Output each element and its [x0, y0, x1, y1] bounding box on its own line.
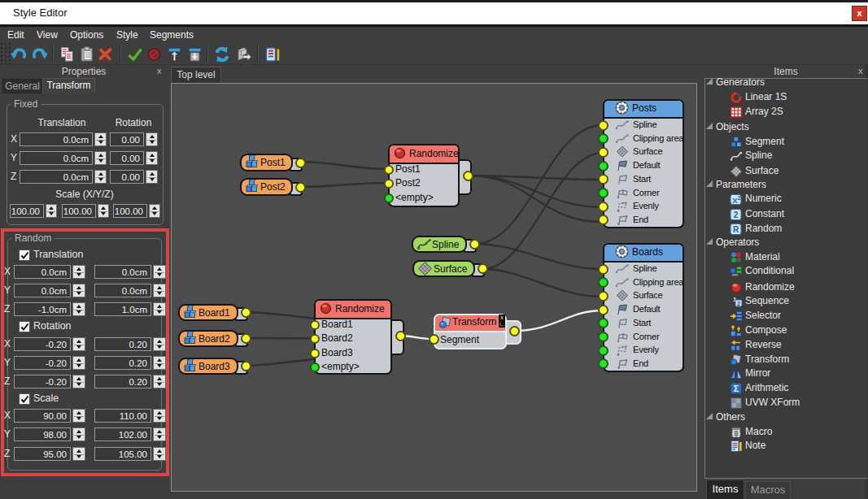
svg-text:2: 2 [737, 300, 741, 307]
svg-text:2: 2 [738, 195, 741, 201]
svg-text:{}: {} [731, 429, 740, 438]
svg-text:R: R [733, 225, 739, 234]
svg-text:Σ: Σ [734, 384, 739, 393]
svg-text:2: 2 [734, 210, 739, 219]
